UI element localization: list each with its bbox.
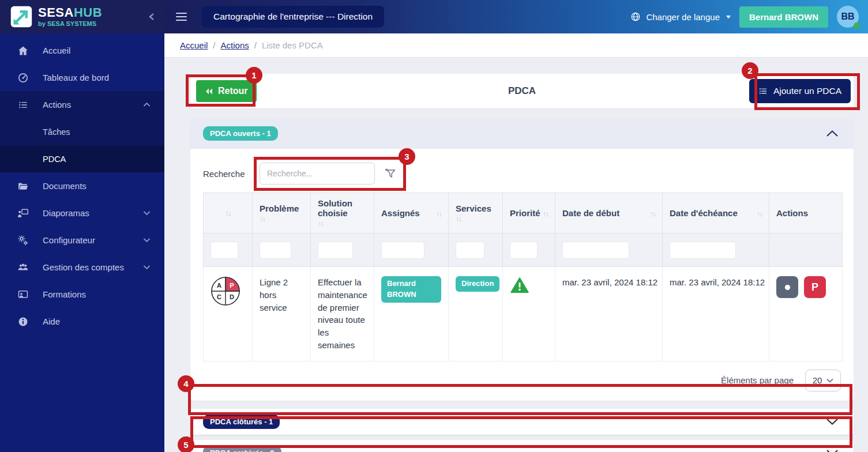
add-pdca-button-label: Ajouter un PDCA [773,86,841,96]
filter-input-date-echeance[interactable] [670,242,736,259]
sidebar-item-actions[interactable]: Actions [0,91,164,118]
sidebar-item-gestion-des-comptes[interactable]: Gestion des comptes [0,254,164,281]
brand-primary: SESA [38,5,74,20]
column-header-date-de-debut[interactable]: Date de début↑↓ [555,193,663,233]
filter-input-assignes[interactable] [381,242,424,259]
sidebar-item-diaporamas[interactable]: Diaporamas [0,199,164,227]
sidebar-item-label: Actions [43,100,71,110]
hamburger-menu-icon[interactable] [176,13,187,21]
start-date-cell: mar. 23 avril, 2024 18:12 [555,267,663,361]
chevron-down-icon [143,238,151,243]
main-area: Cartographie de l'entreprise --- Directi… [164,0,868,452]
open-pdca-badge: PDCA ouverts - 1 [203,126,278,141]
column-header-priorite[interactable]: Priorité↑↓ [503,193,555,233]
language-switcher[interactable]: Changer de langue [630,12,731,22]
chevron-down-icon [143,210,151,216]
open-pdca-panel: PDCA ouverts - 1 Recherche [190,118,854,401]
sidebar-item-formations[interactable]: Formations [0,281,164,308]
user-button[interactable]: Bernard BROWN [739,6,828,28]
sort-icon: ↑↓ [318,219,323,228]
caret-down-icon [726,16,731,18]
column-header-probleme[interactable]: Problème↑↓ [253,193,311,233]
chevron-up-icon[interactable] [826,130,839,137]
svg-text:P: P [230,282,234,289]
filter-input-icon[interactable] [211,242,238,259]
column-header-actions: Actions [769,193,843,233]
sidebar-item-documents[interactable]: Documents [0,172,164,199]
sidebar-collapse-icon[interactable] [148,13,155,21]
info-icon [17,316,29,327]
sidebar-item-label: Aide [43,317,60,326]
assignee-badge: Bernard BROWN [381,276,441,303]
filter-input-solution[interactable] [318,242,353,259]
column-header-solution-choisie[interactable]: Solution choisie↑↓ [311,193,374,233]
svg-text:C: C [217,293,221,300]
column-header-icon[interactable]: ↑↓ [204,193,253,233]
open-pdca-panel-body: Recherche ↑↓ Problème↑ [190,149,854,401]
pagination: Éléments par page 20 [203,370,842,397]
breadcrumb-link-actions[interactable]: Actions [221,40,249,50]
sidebar-nav: Accueil Tableaux de bord Actions Tâches … [0,33,164,335]
pdca-table: ↑↓ Problème↑↓ Solution choisie↑↓ Assigné… [203,193,843,361]
page-content: Retour PDCA Ajouter un PDCA PDCA ouverts… [164,58,868,452]
closed-pdca-panel[interactable]: PDCA clôturés - 1 [190,409,854,435]
chevron-down-icon [826,378,833,383]
archived-pdca-badge: PDCA archivés - 0 [203,446,281,452]
chevron-down-icon [143,265,151,270]
sidebar-item-label: Accueil [43,46,70,55]
table-header-row: ↑↓ Problème↑↓ Solution choisie↑↓ Assigné… [204,193,843,233]
sidebar-item-pdca[interactable]: PDCA [0,145,164,172]
search-input[interactable] [260,163,375,184]
users-icon [17,262,29,273]
table-filter-row [204,233,843,267]
items-per-page-value: 20 [813,375,822,385]
pdca-wheel-icon: A P C D [211,276,241,306]
language-label: Changer de langue [646,12,720,22]
column-header-label: Date de début [562,208,619,218]
list-icon [758,86,768,96]
presentation-icon [17,208,29,219]
back-button[interactable]: Retour [196,80,257,102]
pdca-action-button[interactable]: P [804,276,826,298]
sidebar-item-label: Configurateur [43,235,95,245]
assignee-cell: Bernard BROWN [374,267,449,361]
sidebar-item-label: Formations [43,289,86,299]
record-action-button[interactable] [776,276,798,298]
sidebar-item-configurateur[interactable]: Configurateur [0,227,164,254]
archived-pdca-panel[interactable]: PDCA archivés - 0 [190,440,854,452]
sort-icon: ↑↓ [456,214,461,223]
back-button-label: Retour [218,86,248,96]
avatar[interactable]: BB [837,6,859,28]
items-per-page-select[interactable]: 20 [805,370,841,391]
priority-cell [503,267,555,361]
sidebar-item-label: Diaporamas [43,208,89,218]
priority-warning-icon [510,276,529,295]
clear-filter-icon[interactable] [384,167,397,180]
solution-cell: Effectuer la maintenance de premier nive… [311,267,374,361]
filter-input-probleme[interactable] [260,242,291,259]
sidebar-item-aide[interactable]: Aide [0,308,164,335]
column-header-label: Services [456,204,491,213]
chevron-down-icon[interactable] [826,449,839,452]
training-icon [17,289,29,300]
breadcrumb-link-accueil[interactable]: Accueil [180,40,208,50]
sidebar-item-tableaux-de-bord[interactable]: Tableaux de bord [0,64,164,91]
open-pdca-panel-header[interactable]: PDCA ouverts - 1 [190,118,854,149]
column-header-services[interactable]: Services↑↓ [449,193,503,233]
column-header-assignes[interactable]: Assignés↑↓ [374,193,449,233]
filter-input-services[interactable] [456,242,484,259]
sidebar-item-taches[interactable]: Tâches [0,118,164,145]
list-icon [17,99,29,111]
chevron-down-icon[interactable] [826,418,839,425]
svg-text:A: A [217,282,221,289]
column-header-date-echeance[interactable]: Date d'échéance↑↓ [663,193,769,233]
filter-input-priorite[interactable] [510,242,538,259]
sort-icon: ↑↓ [226,209,231,217]
filter-input-date-debut[interactable] [562,242,629,259]
sidebar-item-accueil[interactable]: Accueil [0,37,164,64]
column-header-label: Assignés [381,208,420,218]
add-pdca-button[interactable]: Ajouter un PDCA [749,79,851,103]
brand-logo-icon [10,6,32,28]
sidebar: SESAHUB by SESA SYSTEMS Accueil Tableaux… [0,0,164,452]
brand-text: SESAHUB by SESA SYSTEMS [38,6,102,27]
